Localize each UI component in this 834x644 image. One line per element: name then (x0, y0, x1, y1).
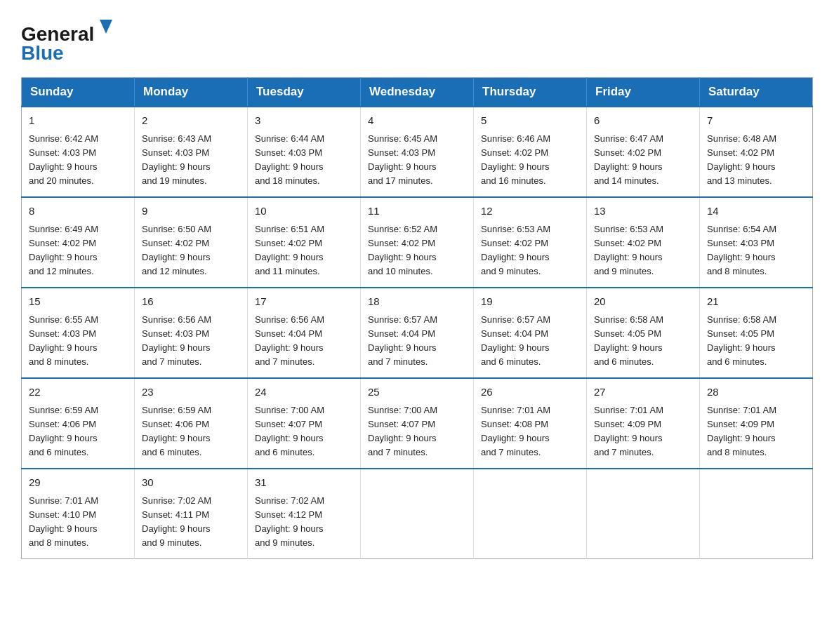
day-info: Sunrise: 6:55 AMSunset: 4:03 PMDaylight:… (29, 313, 127, 370)
calendar-header-row: SundayMondayTuesdayWednesdayThursdayFrid… (22, 78, 813, 107)
day-info: Sunrise: 6:42 AMSunset: 4:03 PMDaylight:… (29, 132, 127, 189)
day-number: 17 (255, 294, 353, 310)
calendar-cell: 19Sunrise: 6:57 AMSunset: 4:04 PMDayligh… (474, 288, 587, 378)
calendar-cell: 31Sunrise: 7:02 AMSunset: 4:12 PMDayligh… (248, 469, 361, 559)
day-info: Sunrise: 6:46 AMSunset: 4:02 PMDaylight:… (481, 132, 579, 189)
day-info: Sunrise: 6:53 AMSunset: 4:02 PMDaylight:… (594, 222, 692, 279)
day-number: 10 (255, 203, 353, 220)
day-info: Sunrise: 6:57 AMSunset: 4:04 PMDaylight:… (481, 313, 579, 370)
calendar-week-5: 29Sunrise: 7:01 AMSunset: 4:10 PMDayligh… (22, 469, 813, 559)
day-number: 23 (142, 384, 240, 401)
calendar-table: SundayMondayTuesdayWednesdayThursdayFrid… (21, 77, 813, 559)
calendar-cell: 2Sunrise: 6:43 AMSunset: 4:03 PMDaylight… (135, 107, 248, 197)
calendar-week-1: 1Sunrise: 6:42 AMSunset: 4:03 PMDaylight… (22, 107, 813, 197)
calendar-cell: 25Sunrise: 7:00 AMSunset: 4:07 PMDayligh… (361, 378, 474, 469)
day-number: 22 (29, 384, 127, 401)
header-wednesday: Wednesday (361, 78, 474, 107)
calendar-cell: 5Sunrise: 6:46 AMSunset: 4:02 PMDaylight… (474, 107, 587, 197)
calendar-cell: 14Sunrise: 6:54 AMSunset: 4:03 PMDayligh… (700, 197, 813, 288)
calendar-cell: 20Sunrise: 6:58 AMSunset: 4:05 PMDayligh… (587, 288, 700, 378)
logo: General Blue (21, 14, 112, 63)
calendar-week-2: 8Sunrise: 6:49 AMSunset: 4:02 PMDaylight… (22, 197, 813, 288)
page-header: General Blue (21, 14, 813, 63)
day-info: Sunrise: 6:52 AMSunset: 4:02 PMDaylight:… (368, 222, 466, 279)
day-info: Sunrise: 6:43 AMSunset: 4:03 PMDaylight:… (142, 132, 240, 189)
calendar-cell: 29Sunrise: 7:01 AMSunset: 4:10 PMDayligh… (22, 469, 135, 559)
calendar-cell (361, 469, 474, 559)
day-number: 19 (481, 294, 579, 310)
header-thursday: Thursday (474, 78, 587, 107)
day-number: 21 (707, 294, 805, 310)
calendar-cell: 18Sunrise: 6:57 AMSunset: 4:04 PMDayligh… (361, 288, 474, 378)
day-info: Sunrise: 6:45 AMSunset: 4:03 PMDaylight:… (368, 132, 466, 189)
day-info: Sunrise: 6:48 AMSunset: 4:02 PMDaylight:… (707, 132, 805, 189)
calendar-week-3: 15Sunrise: 6:55 AMSunset: 4:03 PMDayligh… (22, 288, 813, 378)
header-saturday: Saturday (700, 78, 813, 107)
day-number: 7 (707, 113, 805, 129)
day-number: 13 (594, 203, 692, 220)
day-number: 16 (142, 294, 240, 310)
calendar-cell: 6Sunrise: 6:47 AMSunset: 4:02 PMDaylight… (587, 107, 700, 197)
day-number: 4 (368, 113, 466, 129)
day-number: 25 (368, 384, 466, 401)
calendar-cell: 12Sunrise: 6:53 AMSunset: 4:02 PMDayligh… (474, 197, 587, 288)
day-number: 8 (29, 203, 127, 220)
calendar-cell: 17Sunrise: 6:56 AMSunset: 4:04 PMDayligh… (248, 288, 361, 378)
day-info: Sunrise: 7:02 AMSunset: 4:12 PMDaylight:… (255, 494, 353, 551)
calendar-cell: 11Sunrise: 6:52 AMSunset: 4:02 PMDayligh… (361, 197, 474, 288)
day-number: 20 (594, 294, 692, 310)
calendar-cell: 8Sunrise: 6:49 AMSunset: 4:02 PMDaylight… (22, 197, 135, 288)
day-info: Sunrise: 6:44 AMSunset: 4:03 PMDaylight:… (255, 132, 353, 189)
day-info: Sunrise: 6:56 AMSunset: 4:03 PMDaylight:… (142, 313, 240, 370)
day-info: Sunrise: 7:01 AMSunset: 4:10 PMDaylight:… (29, 494, 127, 551)
day-number: 29 (29, 475, 127, 491)
calendar-cell: 3Sunrise: 6:44 AMSunset: 4:03 PMDaylight… (248, 107, 361, 197)
svg-text:Blue: Blue (21, 42, 64, 63)
day-info: Sunrise: 6:50 AMSunset: 4:02 PMDaylight:… (142, 222, 240, 279)
day-number: 24 (255, 384, 353, 401)
day-info: Sunrise: 6:58 AMSunset: 4:05 PMDaylight:… (594, 313, 692, 370)
day-info: Sunrise: 6:53 AMSunset: 4:02 PMDaylight:… (481, 222, 579, 279)
day-info: Sunrise: 7:02 AMSunset: 4:11 PMDaylight:… (142, 494, 240, 551)
header-tuesday: Tuesday (248, 78, 361, 107)
header-monday: Monday (135, 78, 248, 107)
day-number: 27 (594, 384, 692, 401)
svg-marker-1 (100, 20, 112, 34)
day-number: 3 (255, 113, 353, 129)
day-info: Sunrise: 7:00 AMSunset: 4:07 PMDaylight:… (255, 403, 353, 460)
calendar-cell: 7Sunrise: 6:48 AMSunset: 4:02 PMDaylight… (700, 107, 813, 197)
day-info: Sunrise: 6:56 AMSunset: 4:04 PMDaylight:… (255, 313, 353, 370)
day-number: 31 (255, 475, 353, 491)
day-info: Sunrise: 7:00 AMSunset: 4:07 PMDaylight:… (368, 403, 466, 460)
day-number: 2 (142, 113, 240, 129)
calendar-week-4: 22Sunrise: 6:59 AMSunset: 4:06 PMDayligh… (22, 378, 813, 469)
calendar-cell: 1Sunrise: 6:42 AMSunset: 4:03 PMDaylight… (22, 107, 135, 197)
calendar-cell: 15Sunrise: 6:55 AMSunset: 4:03 PMDayligh… (22, 288, 135, 378)
day-info: Sunrise: 7:01 AMSunset: 4:08 PMDaylight:… (481, 403, 579, 460)
day-info: Sunrise: 6:59 AMSunset: 4:06 PMDaylight:… (142, 403, 240, 460)
calendar-cell: 10Sunrise: 6:51 AMSunset: 4:02 PMDayligh… (248, 197, 361, 288)
day-number: 26 (481, 384, 579, 401)
day-info: Sunrise: 6:59 AMSunset: 4:06 PMDaylight:… (29, 403, 127, 460)
day-number: 28 (707, 384, 805, 401)
day-info: Sunrise: 6:47 AMSunset: 4:02 PMDaylight:… (594, 132, 692, 189)
calendar-cell: 28Sunrise: 7:01 AMSunset: 4:09 PMDayligh… (700, 378, 813, 469)
calendar-cell: 26Sunrise: 7:01 AMSunset: 4:08 PMDayligh… (474, 378, 587, 469)
day-info: Sunrise: 6:57 AMSunset: 4:04 PMDaylight:… (368, 313, 466, 370)
day-info: Sunrise: 6:51 AMSunset: 4:02 PMDaylight:… (255, 222, 353, 279)
calendar-cell: 13Sunrise: 6:53 AMSunset: 4:02 PMDayligh… (587, 197, 700, 288)
calendar-cell: 23Sunrise: 6:59 AMSunset: 4:06 PMDayligh… (135, 378, 248, 469)
day-number: 1 (29, 113, 127, 129)
day-info: Sunrise: 7:01 AMSunset: 4:09 PMDaylight:… (594, 403, 692, 460)
day-number: 14 (707, 203, 805, 220)
calendar-cell (474, 469, 587, 559)
calendar-cell (587, 469, 700, 559)
day-info: Sunrise: 6:49 AMSunset: 4:02 PMDaylight:… (29, 222, 127, 279)
day-number: 5 (481, 113, 579, 129)
day-number: 12 (481, 203, 579, 220)
calendar-cell: 22Sunrise: 6:59 AMSunset: 4:06 PMDayligh… (22, 378, 135, 469)
day-info: Sunrise: 7:01 AMSunset: 4:09 PMDaylight:… (707, 403, 805, 460)
logo-svg: General Blue (21, 14, 112, 63)
day-number: 11 (368, 203, 466, 220)
calendar-cell: 4Sunrise: 6:45 AMSunset: 4:03 PMDaylight… (361, 107, 474, 197)
